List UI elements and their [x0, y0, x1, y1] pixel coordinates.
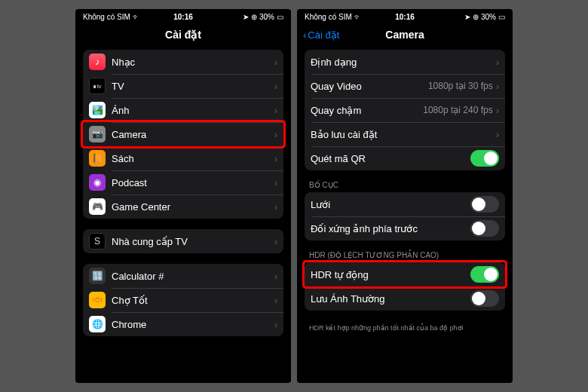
chevron-right-icon: › — [274, 236, 277, 247]
camera-group-composition: Lưới Đối xứng ảnh phía trước — [305, 192, 505, 240]
settings-group-provider: S Nhà cung cấp TV › — [83, 229, 283, 253]
wifi-icon: ᯤ — [133, 13, 140, 21]
row-calculator[interactable]: 🔢 Calculator # › — [83, 264, 283, 288]
music-icon: ♪ — [89, 54, 106, 70]
chevron-right-icon: › — [274, 201, 277, 213]
books-icon: 📙 — [89, 150, 106, 167]
tv-provider-icon: S — [89, 233, 106, 250]
status-bar: Không có SIM ᯤ 10:16 ➤ ⊕ 30% ▭ — [297, 9, 513, 24]
camera-group-hdr: HDR tự động Lưu Ảnh Thường — [305, 262, 505, 311]
photos-icon: 🏞️ — [89, 102, 106, 118]
settings-group-media: ♪ Nhạc › ∎tv TV › 🏞️ Ảnh › 📷 Camera — [83, 50, 283, 219]
toggle-smart-hdr[interactable] — [470, 266, 499, 283]
wifi-icon: ᯤ — [354, 13, 362, 21]
chrome-icon: 🌐 — [89, 316, 106, 332]
carrier-text: Không có SIM — [83, 13, 130, 21]
status-bar: Không có SIM ᯤ 10:16 ➤ ⊕ 30% ▭ — [75, 9, 291, 24]
camera-group-main: Định dạng › Quay Video 1080p tại 30 fps … — [305, 50, 505, 170]
page-title: Camera — [385, 29, 424, 41]
battery-percent: ⊕ 30% — [473, 13, 496, 21]
chevron-right-icon: › — [496, 81, 499, 92]
row-music[interactable]: ♪ Nhạc › — [83, 50, 283, 74]
row-scan-qr[interactable]: Quét mã QR — [305, 146, 505, 170]
row-gamecenter[interactable]: 🎮 Game Center › — [83, 194, 283, 219]
chevron-right-icon: › — [274, 177, 277, 188]
section-header-hdr: HDR (ĐỘ LỆCH TƯƠNG PHẢN CAO) — [305, 251, 505, 262]
location-icon: ➤ — [464, 13, 470, 21]
row-grid[interactable]: Lưới — [305, 192, 505, 216]
chevron-right-icon: › — [274, 295, 277, 306]
chevron-right-icon: › — [274, 105, 277, 116]
toggle-mirror-front[interactable] — [470, 220, 499, 237]
row-chotot[interactable]: TỐT Chợ Tốt › — [83, 288, 283, 312]
toggle-keep-normal[interactable] — [470, 290, 499, 307]
row-photos[interactable]: 🏞️ Ảnh › — [83, 98, 283, 122]
location-icon: ➤ — [243, 13, 249, 21]
toggle-grid[interactable] — [470, 196, 499, 213]
chevron-left-icon: ‹ — [303, 29, 306, 41]
battery-percent: ⊕ 30% — [251, 13, 274, 21]
section-header-composition: BỐ CỤC — [305, 181, 505, 192]
phone-left-settings: Không có SIM ᯤ 10:16 ➤ ⊕ 30% ▭ Cài đặt ♪… — [75, 9, 291, 383]
page-title: Cài đặt — [165, 29, 201, 41]
chevron-right-icon: › — [274, 153, 277, 164]
settings-group-apps: 🔢 Calculator # › TỐT Chợ Tốt › 🌐 Chrome … — [83, 264, 283, 336]
row-books[interactable]: 📙 Sách › — [83, 146, 283, 170]
calculator-icon: 🔢 — [89, 268, 106, 284]
hdr-footer-note: HDR kết hợp những phần tốt nhất của ba đ… — [305, 321, 505, 332]
row-keep-normal[interactable]: Lưu Ảnh Thường — [305, 286, 505, 311]
row-tv[interactable]: ∎tv TV › — [83, 74, 283, 98]
camera-icon: 📷 — [89, 126, 106, 142]
row-camera[interactable]: 📷 Camera › — [83, 122, 283, 146]
time-text: 10:16 — [395, 13, 415, 21]
row-record-slomo[interactable]: Quay chậm 1080p tại 240 fps › — [305, 98, 505, 122]
battery-icon: ▭ — [277, 13, 283, 21]
chevron-right-icon: › — [274, 81, 277, 92]
camera-scroll[interactable]: Định dạng › Quay Video 1080p tại 30 fps … — [297, 45, 513, 383]
nav-bar: Cài đặt — [75, 24, 291, 45]
toggle-scan-qr[interactable] — [470, 150, 499, 167]
settings-scroll[interactable]: ♪ Nhạc › ∎tv TV › 🏞️ Ảnh › 📷 Camera — [75, 45, 291, 383]
chevron-right-icon: › — [274, 129, 277, 140]
row-chrome[interactable]: 🌐 Chrome › — [83, 312, 283, 336]
row-mirror-front[interactable]: Đối xứng ảnh phía trước — [305, 216, 505, 240]
gamecenter-icon: 🎮 — [89, 198, 106, 215]
row-format[interactable]: Định dạng › — [305, 50, 505, 74]
chevron-right-icon: › — [274, 319, 277, 330]
chevron-right-icon: › — [274, 271, 277, 282]
chevron-right-icon: › — [496, 57, 499, 68]
podcast-icon: ◉ — [89, 174, 106, 191]
chotot-icon: TỐT — [89, 292, 106, 308]
back-button[interactable]: ‹Cài đặt — [303, 29, 339, 41]
row-record-video[interactable]: Quay Video 1080p tại 30 fps › — [305, 74, 505, 98]
row-podcast[interactable]: ◉ Podcast › — [83, 170, 283, 194]
battery-icon: ▭ — [498, 13, 505, 21]
row-tv-provider[interactable]: S Nhà cung cấp TV › — [83, 229, 283, 253]
phone-right-camera: Không có SIM ᯤ 10:16 ➤ ⊕ 30% ▭ ‹Cài đặt … — [297, 9, 513, 383]
tv-icon: ∎tv — [89, 78, 106, 94]
chevron-right-icon: › — [496, 105, 499, 116]
carrier-text: Không có SIM — [305, 13, 352, 21]
time-text: 10:16 — [173, 13, 193, 21]
chevron-right-icon: › — [496, 129, 499, 140]
row-smart-hdr[interactable]: HDR tự động — [305, 262, 505, 286]
row-preserve-settings[interactable]: Bảo lưu cài đặt › — [305, 122, 505, 146]
nav-bar: ‹Cài đặt Camera — [297, 24, 513, 45]
chevron-right-icon: › — [274, 57, 277, 68]
